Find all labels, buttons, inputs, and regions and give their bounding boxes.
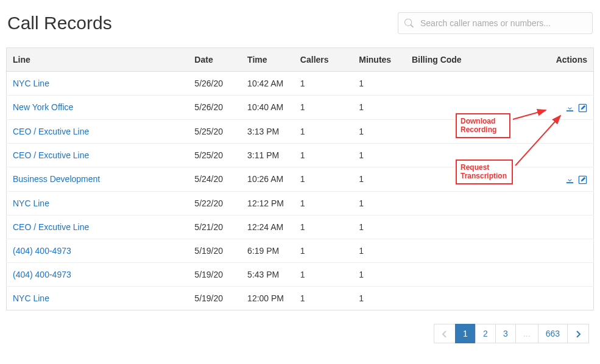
pagination: 123...663 — [434, 324, 589, 343]
cell-date: 5/19/20 — [188, 262, 241, 286]
cell-callers: 1 — [294, 167, 353, 191]
line-link[interactable]: Business Development — [13, 174, 100, 184]
cell-billing — [406, 239, 523, 262]
table-header-row: Line Date Time Callers Minutes Billing C… — [7, 48, 594, 72]
table-row: CEO / Excutive Line5/21/2012:24 AM11 — [7, 215, 594, 239]
cell-date: 5/19/20 — [188, 239, 241, 262]
cell-date: 5/22/20 — [188, 191, 241, 215]
cell-date: 5/21/20 — [188, 215, 241, 239]
cell-callers: 1 — [294, 239, 353, 262]
cell-minutes: 1 — [353, 119, 406, 143]
col-date[interactable]: Date — [188, 48, 241, 72]
line-link[interactable]: CEO / Excutive Line — [13, 150, 89, 160]
cell-callers: 1 — [294, 96, 353, 120]
cell-minutes: 1 — [353, 239, 406, 262]
cell-date: 5/26/20 — [188, 96, 241, 120]
cell-actions — [523, 239, 594, 262]
cell-callers: 1 — [294, 119, 353, 143]
line-link[interactable]: CEO / Excutive Line — [13, 222, 89, 232]
cell-minutes: 1 — [353, 167, 406, 191]
cell-actions — [523, 96, 594, 120]
annotation-request-transcription: Request Transcription — [456, 159, 513, 184]
col-callers[interactable]: Callers — [294, 48, 353, 72]
cell-minutes: 1 — [353, 215, 406, 239]
cell-date: 5/26/20 — [188, 72, 241, 96]
page-2[interactable]: 2 — [475, 324, 496, 343]
line-link[interactable]: New York Office — [13, 102, 73, 112]
cell-actions — [523, 286, 594, 310]
page-3[interactable]: 3 — [495, 324, 516, 343]
search-icon — [404, 19, 414, 28]
cell-callers: 1 — [294, 143, 353, 167]
cell-time: 6:19 PM — [241, 239, 294, 262]
cell-billing — [406, 191, 523, 215]
page-next[interactable] — [567, 324, 589, 343]
table-row: (404) 400-49735/19/206:19 PM11 — [7, 239, 594, 262]
cell-actions — [523, 143, 594, 167]
download-icon[interactable] — [565, 175, 574, 184]
col-time[interactable]: Time — [241, 48, 294, 72]
line-link[interactable]: NYC Line — [13, 198, 49, 208]
line-link[interactable]: NYC Line — [13, 79, 49, 88]
cell-callers: 1 — [294, 286, 353, 310]
page-ellipsis: ... — [515, 324, 538, 343]
download-icon[interactable] — [565, 103, 574, 113]
cell-actions — [523, 167, 594, 191]
page-title: Call Records — [7, 13, 112, 33]
cell-time: 10:26 AM — [241, 167, 294, 191]
line-link[interactable]: (404) 400-4973 — [13, 246, 71, 256]
cell-time: 10:40 AM — [241, 96, 294, 120]
col-actions: Actions — [523, 48, 594, 72]
cell-actions — [523, 72, 594, 96]
cell-billing — [406, 262, 523, 286]
col-minutes[interactable]: Minutes — [353, 48, 406, 72]
page-663[interactable]: 663 — [538, 324, 568, 343]
cell-actions — [523, 262, 594, 286]
edit-icon[interactable] — [578, 103, 587, 113]
cell-time: 12:12 PM — [241, 191, 294, 215]
cell-actions — [523, 119, 594, 143]
cell-minutes: 1 — [353, 286, 406, 310]
line-link[interactable]: (404) 400-4973 — [13, 270, 71, 279]
table-row: (404) 400-49735/19/205:43 PM11 — [7, 262, 594, 286]
cell-actions — [523, 191, 594, 215]
page-1[interactable]: 1 — [455, 324, 476, 343]
cell-time: 12:24 AM — [241, 215, 294, 239]
cell-time: 5:43 PM — [241, 262, 294, 286]
cell-callers: 1 — [294, 191, 353, 215]
search-field-wrap — [398, 12, 593, 34]
cell-callers: 1 — [294, 262, 353, 286]
cell-minutes: 1 — [353, 96, 406, 120]
cell-billing — [406, 72, 523, 96]
col-billing[interactable]: Billing Code — [406, 48, 523, 72]
cell-actions — [523, 215, 594, 239]
table-row: NYC Line5/26/2010:42 AM11 — [7, 72, 594, 96]
table-row: NYC Line5/19/2012:00 PM11 — [7, 286, 594, 310]
col-line[interactable]: Line — [7, 48, 189, 72]
cell-date: 5/24/20 — [188, 167, 241, 191]
cell-minutes: 1 — [353, 262, 406, 286]
cell-minutes: 1 — [353, 143, 406, 167]
cell-billing — [406, 215, 523, 239]
cell-minutes: 1 — [353, 72, 406, 96]
cell-time: 12:00 PM — [241, 286, 294, 310]
cell-minutes: 1 — [353, 191, 406, 215]
line-link[interactable]: NYC Line — [13, 293, 49, 303]
cell-date: 5/19/20 — [188, 286, 241, 310]
cell-time: 3:11 PM — [241, 143, 294, 167]
cell-callers: 1 — [294, 72, 353, 96]
page-prev[interactable] — [434, 324, 456, 343]
search-input[interactable] — [398, 12, 593, 34]
annotation-download-recording: Download Recording — [456, 113, 510, 138]
cell-time: 10:42 AM — [241, 72, 294, 96]
edit-icon[interactable] — [578, 175, 587, 184]
cell-date: 5/25/20 — [188, 143, 241, 167]
line-link[interactable]: CEO / Excutive Line — [13, 127, 89, 136]
cell-time: 3:13 PM — [241, 119, 294, 143]
cell-callers: 1 — [294, 215, 353, 239]
cell-date: 5/25/20 — [188, 119, 241, 143]
cell-billing — [406, 286, 523, 310]
table-row: NYC Line5/22/2012:12 PM11 — [7, 191, 594, 215]
